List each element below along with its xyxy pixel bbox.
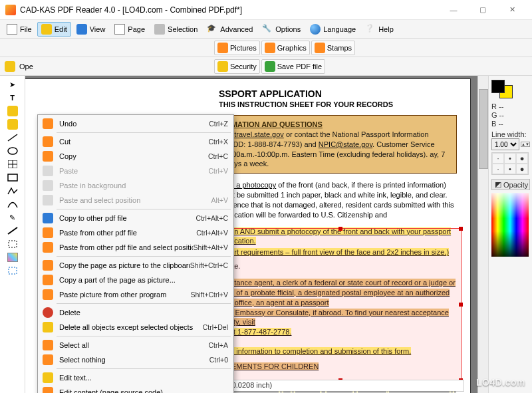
tab-pictures[interactable]: Pictures xyxy=(214,41,260,55)
tool-rect[interactable] xyxy=(5,172,20,184)
pictures-icon xyxy=(217,43,228,53)
selnone-icon xyxy=(41,354,55,366)
menu-item-label: Paste in background xyxy=(55,182,228,190)
edit-menu-item-12[interactable]: Copy the page as picture to the clipboar… xyxy=(38,258,233,273)
save2-icon xyxy=(7,119,18,130)
menu-page[interactable]: Page xyxy=(110,22,149,37)
menu-item-label: Paste from other pdf file and select pos… xyxy=(55,243,193,251)
tool-pencil[interactable]: ✎ xyxy=(5,211,20,223)
menu-view-label: View xyxy=(90,25,106,33)
open-left-btn[interactable] xyxy=(3,59,17,74)
tool-gradient[interactable] xyxy=(5,251,20,263)
paste2-icon xyxy=(41,241,55,253)
dot-size-grid[interactable]: ·•●·•● xyxy=(491,152,529,175)
menu-advanced-label: Advanced xyxy=(220,25,253,33)
tool-curve[interactable] xyxy=(5,198,20,210)
menu-item-label: Delete all objects except selected objec… xyxy=(55,323,203,331)
edit-menu-item-2[interactable]: CutCtrl+X xyxy=(38,134,233,149)
tool-diag[interactable] xyxy=(5,225,20,237)
menu-separator xyxy=(57,256,231,257)
svg-rect-8 xyxy=(9,267,17,274)
save-pdf-button[interactable]: Save PDF file xyxy=(261,59,325,74)
edit-menu-item-17[interactable]: Delete all objects except selected objec… xyxy=(38,320,233,334)
tool-text[interactable]: T xyxy=(5,92,20,104)
menu-file[interactable]: File xyxy=(3,22,36,37)
menu-item-label: Copy xyxy=(55,152,208,160)
edit-menu-item-20[interactable]: Select nothingCtrl+0 xyxy=(38,352,233,367)
security-button[interactable]: Security xyxy=(214,59,260,74)
graphics-icon xyxy=(265,43,275,53)
scrollbar-thumb[interactable] xyxy=(479,89,488,169)
menubar: File Edit View Page Selection 🎓Advanced … xyxy=(0,20,532,39)
status-text: -0.0208 inch) xyxy=(229,381,272,389)
menu-item-label: Paste from other pdf file xyxy=(55,229,196,237)
tool-polyline[interactable] xyxy=(5,185,20,197)
edit-menu-item-16[interactable]: Delete xyxy=(38,305,233,320)
menu-separator xyxy=(57,209,231,209)
edit-menu-item-3[interactable]: CopyCtrl+C xyxy=(38,149,233,164)
cam-icon xyxy=(41,259,55,271)
menu-file-label: File xyxy=(20,25,32,33)
tool-open[interactable] xyxy=(5,105,20,117)
menu-separator xyxy=(57,132,231,133)
edit-menu-item-19[interactable]: Select allCtrl+A xyxy=(38,338,233,352)
paste-icon xyxy=(41,165,55,177)
menu-item-shortcut: Ctrl+Z xyxy=(209,120,228,128)
linewidth-select[interactable]: 1.00 xyxy=(491,138,519,150)
del-icon xyxy=(41,307,55,319)
menu-edit[interactable]: Edit xyxy=(37,22,71,37)
menu-selection[interactable]: Selection xyxy=(150,22,201,37)
edit-menu-item-14[interactable]: Paste picture from other programShift+Ct… xyxy=(38,287,233,302)
opacity-button[interactable]: ◩ Opacity xyxy=(491,179,530,190)
tool-grid[interactable] xyxy=(5,158,20,170)
doc-subheading: THIS INSTRUCTION SHEET FOR YOUR RECORDS xyxy=(25,100,470,108)
tab-graphics[interactable]: Graphics xyxy=(261,41,310,55)
del2-icon xyxy=(41,321,55,333)
edit-menu-item-22[interactable]: Edit text... xyxy=(38,370,233,385)
tool-marquee[interactable] xyxy=(5,238,20,250)
edit-menu-item-10[interactable]: Paste from other pdf file and select pos… xyxy=(38,240,233,255)
tab-stamps[interactable]: Stamps xyxy=(311,41,355,55)
menu-options[interactable]: 🔧Options xyxy=(258,22,305,37)
cut-icon xyxy=(41,136,55,148)
menu-item-label: Edit text... xyxy=(55,374,228,382)
menu-item-label: Edit content (page source code)... xyxy=(55,388,228,393)
menu-advanced[interactable]: 🎓Advanced xyxy=(203,22,257,37)
right-panel: R -- G -- B -- Line width: 1.00 ▲▼ ·•●·•… xyxy=(488,76,532,393)
file-icon xyxy=(7,24,17,35)
menu-item-shortcut: Ctrl+C xyxy=(208,152,228,160)
tool-ellipse[interactable] xyxy=(5,145,20,157)
svg-rect-5 xyxy=(8,174,17,181)
menu-item-label: Copy to other pdf file xyxy=(55,214,196,222)
doc-paragraph-1: AND a photocopy of the front (and back, … xyxy=(219,180,457,219)
menu-separator xyxy=(57,303,231,304)
menu-selection-label: Selection xyxy=(168,25,198,33)
linewidth-stepper[interactable]: ▲▼ xyxy=(521,142,530,147)
minimize-button[interactable]: — xyxy=(439,1,468,19)
color-swatches[interactable] xyxy=(491,80,515,98)
edit-menu-item-8[interactable]: Copy to other pdf fileCtrl+Alt+C xyxy=(38,211,233,225)
copy2-icon xyxy=(41,212,55,224)
vertical-scrollbar[interactable] xyxy=(477,76,488,393)
tool-color-marquee[interactable] xyxy=(5,265,20,277)
tool-save[interactable] xyxy=(5,118,20,130)
close-button[interactable]: ✕ xyxy=(497,1,527,19)
edit-menu-item-23[interactable]: Edit content (page source code)... xyxy=(38,385,233,393)
edit-menu-item-13[interactable]: Copy a part of the page as picture... xyxy=(38,273,233,287)
menu-language[interactable]: Language xyxy=(306,22,360,37)
selection-rect[interactable] xyxy=(219,228,462,381)
maximize-button[interactable]: ▢ xyxy=(468,1,497,19)
menu-item-shortcut: Ctrl+Alt+V xyxy=(196,229,228,237)
menu-view[interactable]: View xyxy=(72,22,110,37)
swatch-primary[interactable] xyxy=(491,80,505,93)
menu-item-shortcut: Ctrl+V xyxy=(209,167,228,175)
menu-help[interactable]: ❔Help xyxy=(361,22,398,37)
menu-item-label: Select all xyxy=(55,341,209,349)
rgb-g: G -- xyxy=(491,111,529,119)
edit-menu-item-0[interactable]: UndoCtrl+Z xyxy=(38,116,233,131)
toolbar-main: Ope Security Save PDF file xyxy=(0,57,532,76)
tool-pointer[interactable]: ➤ xyxy=(5,78,20,90)
edit-menu-item-9[interactable]: Paste from other pdf fileCtrl+Alt+V xyxy=(38,225,233,240)
color-picker[interactable] xyxy=(491,193,529,257)
tool-line[interactable] xyxy=(5,132,20,144)
